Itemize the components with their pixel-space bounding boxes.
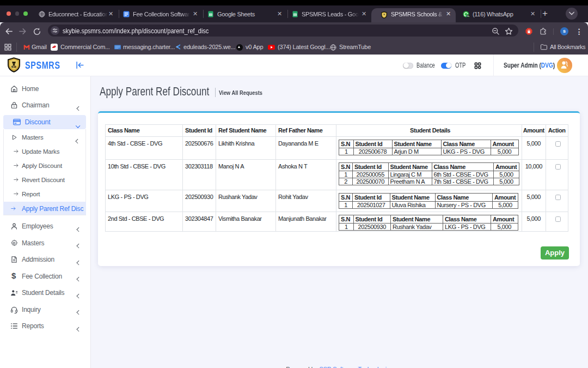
svg-text:SET: SET — [12, 66, 15, 68]
svg-text:99+: 99+ — [467, 15, 469, 17]
